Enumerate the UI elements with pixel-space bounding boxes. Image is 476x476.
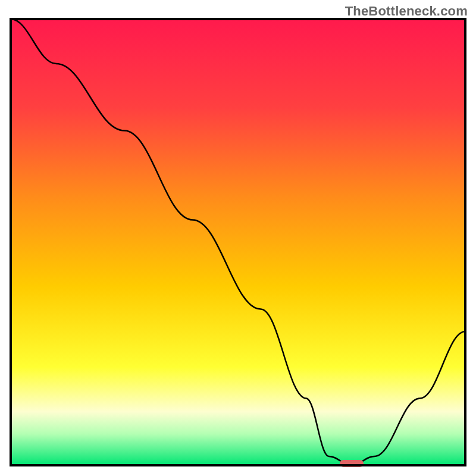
chart-frame: TheBottleneck.com <box>0 0 476 476</box>
watermark-text: TheBottleneck.com <box>345 4 468 19</box>
plot-background <box>11 19 465 465</box>
bottleneck-chart <box>0 0 476 476</box>
